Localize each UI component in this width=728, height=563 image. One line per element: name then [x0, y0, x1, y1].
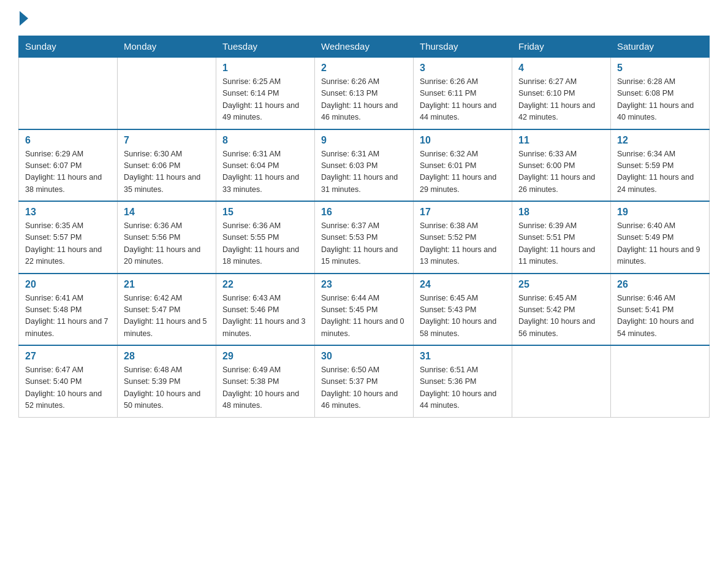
week-row-3: 13Sunrise: 6:35 AMSunset: 5:57 PMDayligh…	[19, 201, 710, 274]
day-number: 15	[222, 207, 308, 218]
weekday-header-row: SundayMondayTuesdayWednesdayThursdayFrid…	[19, 36, 710, 58]
day-info: Sunrise: 6:34 AMSunset: 5:59 PMDaylight:…	[617, 148, 703, 196]
day-info: Sunrise: 6:45 AMSunset: 5:42 PMDaylight:…	[518, 293, 604, 340]
weekday-header-sunday: Sunday	[19, 36, 118, 58]
calendar-cell: 11Sunrise: 6:33 AMSunset: 6:00 PMDayligh…	[512, 129, 611, 202]
calendar-cell: 6Sunrise: 6:29 AMSunset: 6:07 PMDaylight…	[19, 129, 118, 202]
calendar-cell: 7Sunrise: 6:30 AMSunset: 6:06 PMDaylight…	[118, 129, 216, 202]
calendar-cell: 8Sunrise: 6:31 AMSunset: 6:04 PMDaylight…	[216, 129, 315, 202]
page-header	[18, 12, 710, 25]
day-info: Sunrise: 6:31 AMSunset: 6:03 PMDaylight:…	[321, 148, 407, 196]
day-number: 21	[124, 279, 210, 290]
day-number: 26	[617, 279, 703, 290]
day-info: Sunrise: 6:47 AMSunset: 5:40 PMDaylight:…	[25, 364, 111, 412]
calendar-cell: 24Sunrise: 6:45 AMSunset: 5:43 PMDayligh…	[414, 274, 512, 346]
week-row-1: 1Sunrise: 6:25 AMSunset: 6:14 PMDaylight…	[19, 57, 710, 129]
calendar-cell: 29Sunrise: 6:49 AMSunset: 5:38 PMDayligh…	[216, 345, 315, 417]
day-info: Sunrise: 6:45 AMSunset: 5:43 PMDaylight:…	[420, 293, 506, 340]
day-number: 8	[222, 135, 308, 146]
calendar-cell: 19Sunrise: 6:40 AMSunset: 5:49 PMDayligh…	[611, 201, 710, 274]
calendar-cell: 28Sunrise: 6:48 AMSunset: 5:39 PMDayligh…	[118, 345, 216, 417]
day-number: 23	[321, 279, 407, 290]
calendar-cell: 2Sunrise: 6:26 AMSunset: 6:13 PMDaylight…	[315, 57, 414, 129]
day-info: Sunrise: 6:43 AMSunset: 5:46 PMDaylight:…	[222, 293, 308, 340]
day-info: Sunrise: 6:36 AMSunset: 5:56 PMDaylight:…	[124, 220, 210, 268]
calendar-cell: 22Sunrise: 6:43 AMSunset: 5:46 PMDayligh…	[216, 274, 315, 346]
day-info: Sunrise: 6:36 AMSunset: 5:55 PMDaylight:…	[222, 220, 308, 268]
calendar-cell: 26Sunrise: 6:46 AMSunset: 5:41 PMDayligh…	[611, 274, 710, 346]
calendar-cell	[19, 57, 118, 129]
calendar-cell: 14Sunrise: 6:36 AMSunset: 5:56 PMDayligh…	[118, 201, 216, 274]
day-info: Sunrise: 6:26 AMSunset: 6:11 PMDaylight:…	[420, 76, 506, 124]
day-number: 3	[420, 63, 506, 74]
day-info: Sunrise: 6:41 AMSunset: 5:48 PMDaylight:…	[25, 293, 111, 340]
calendar-cell	[512, 345, 611, 417]
day-number: 14	[124, 207, 210, 218]
day-number: 12	[617, 135, 703, 146]
day-number: 27	[25, 351, 111, 362]
day-info: Sunrise: 6:48 AMSunset: 5:39 PMDaylight:…	[124, 364, 210, 412]
weekday-header-thursday: Thursday	[414, 36, 512, 58]
day-number: 19	[617, 207, 703, 218]
day-number: 2	[321, 63, 407, 74]
day-number: 4	[518, 63, 604, 74]
calendar-cell	[611, 345, 710, 417]
day-number: 18	[518, 207, 604, 218]
day-number: 24	[420, 279, 506, 290]
day-info: Sunrise: 6:32 AMSunset: 6:01 PMDaylight:…	[420, 148, 506, 196]
week-row-2: 6Sunrise: 6:29 AMSunset: 6:07 PMDaylight…	[19, 129, 710, 202]
day-number: 22	[222, 279, 308, 290]
weekday-header-saturday: Saturday	[611, 36, 710, 58]
weekday-header-monday: Monday	[118, 36, 216, 58]
calendar-cell: 9Sunrise: 6:31 AMSunset: 6:03 PMDaylight…	[315, 129, 414, 202]
day-number: 25	[518, 279, 604, 290]
day-number: 1	[222, 63, 308, 74]
calendar-table: SundayMondayTuesdayWednesdayThursdayFrid…	[18, 36, 710, 418]
calendar-cell: 23Sunrise: 6:44 AMSunset: 5:45 PMDayligh…	[315, 274, 414, 346]
day-number: 16	[321, 207, 407, 218]
day-info: Sunrise: 6:26 AMSunset: 6:13 PMDaylight:…	[321, 76, 407, 124]
day-info: Sunrise: 6:28 AMSunset: 6:08 PMDaylight:…	[617, 76, 703, 124]
weekday-header-wednesday: Wednesday	[315, 36, 414, 58]
calendar-cell: 17Sunrise: 6:38 AMSunset: 5:52 PMDayligh…	[414, 201, 512, 274]
day-number: 30	[321, 351, 407, 362]
day-info: Sunrise: 6:25 AMSunset: 6:14 PMDaylight:…	[222, 76, 308, 124]
day-info: Sunrise: 6:44 AMSunset: 5:45 PMDaylight:…	[321, 293, 407, 340]
calendar-cell: 1Sunrise: 6:25 AMSunset: 6:14 PMDaylight…	[216, 57, 315, 129]
calendar-cell: 30Sunrise: 6:50 AMSunset: 5:37 PMDayligh…	[315, 345, 414, 417]
day-info: Sunrise: 6:31 AMSunset: 6:04 PMDaylight:…	[222, 148, 308, 196]
calendar-cell: 3Sunrise: 6:26 AMSunset: 6:11 PMDaylight…	[414, 57, 512, 129]
day-info: Sunrise: 6:50 AMSunset: 5:37 PMDaylight:…	[321, 364, 407, 412]
weekday-header-tuesday: Tuesday	[216, 36, 315, 58]
logo-triangle-icon	[20, 11, 28, 26]
day-info: Sunrise: 6:39 AMSunset: 5:51 PMDaylight:…	[518, 220, 604, 268]
week-row-4: 20Sunrise: 6:41 AMSunset: 5:48 PMDayligh…	[19, 274, 710, 346]
day-info: Sunrise: 6:42 AMSunset: 5:47 PMDaylight:…	[124, 293, 210, 340]
calendar-cell: 25Sunrise: 6:45 AMSunset: 5:42 PMDayligh…	[512, 274, 611, 346]
calendar-cell: 13Sunrise: 6:35 AMSunset: 5:57 PMDayligh…	[19, 201, 118, 274]
day-info: Sunrise: 6:51 AMSunset: 5:36 PMDaylight:…	[420, 364, 506, 412]
day-number: 28	[124, 351, 210, 362]
day-info: Sunrise: 6:46 AMSunset: 5:41 PMDaylight:…	[617, 293, 703, 340]
day-number: 29	[222, 351, 308, 362]
day-number: 13	[25, 207, 111, 218]
day-number: 20	[25, 279, 111, 290]
calendar-cell: 21Sunrise: 6:42 AMSunset: 5:47 PMDayligh…	[118, 274, 216, 346]
day-number: 10	[420, 135, 506, 146]
day-info: Sunrise: 6:33 AMSunset: 6:00 PMDaylight:…	[518, 148, 604, 196]
day-info: Sunrise: 6:40 AMSunset: 5:49 PMDaylight:…	[617, 220, 703, 268]
day-number: 31	[420, 351, 506, 362]
day-info: Sunrise: 6:49 AMSunset: 5:38 PMDaylight:…	[222, 364, 308, 412]
day-number: 6	[25, 135, 111, 146]
calendar-cell: 16Sunrise: 6:37 AMSunset: 5:53 PMDayligh…	[315, 201, 414, 274]
calendar-cell: 15Sunrise: 6:36 AMSunset: 5:55 PMDayligh…	[216, 201, 315, 274]
day-number: 11	[518, 135, 604, 146]
weekday-header-friday: Friday	[512, 36, 611, 58]
day-info: Sunrise: 6:38 AMSunset: 5:52 PMDaylight:…	[420, 220, 506, 268]
day-info: Sunrise: 6:30 AMSunset: 6:06 PMDaylight:…	[124, 148, 210, 196]
week-row-5: 27Sunrise: 6:47 AMSunset: 5:40 PMDayligh…	[19, 345, 710, 417]
day-number: 9	[321, 135, 407, 146]
day-number: 5	[617, 63, 703, 74]
calendar-cell: 18Sunrise: 6:39 AMSunset: 5:51 PMDayligh…	[512, 201, 611, 274]
day-info: Sunrise: 6:37 AMSunset: 5:53 PMDaylight:…	[321, 220, 407, 268]
